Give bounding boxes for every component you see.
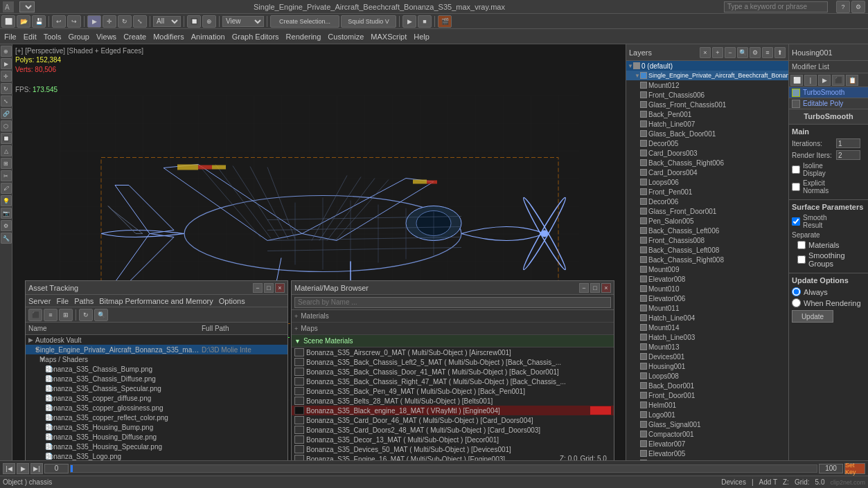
timeline-end-frame[interactable] bbox=[819, 464, 843, 473]
lt-btn-1[interactable]: ⊕ bbox=[1, 46, 12, 57]
layers-btn-6[interactable]: ≡ bbox=[762, 47, 773, 58]
layer-front-chassis006[interactable]: Front_Chassis006 bbox=[626, 90, 788, 100]
redo-btn[interactable]: ↪ bbox=[67, 15, 81, 28]
explicit-normals-checkbox[interactable] bbox=[792, 183, 800, 191]
asset-tb-1[interactable]: ⬛ bbox=[28, 309, 42, 321]
layer-back-chassis-right006[interactable]: Back_Chassis_Right006 bbox=[626, 158, 788, 168]
asset-row-housing-bump[interactable]: 📄 Bonanza_S35_Housing_Bump.png bbox=[26, 422, 287, 432]
prop-tb-2[interactable]: | bbox=[804, 75, 817, 86]
lt-btn-13[interactable]: 💡 bbox=[1, 195, 12, 206]
tl-prev-btn[interactable]: |◀ bbox=[3, 463, 15, 474]
smooth-result-checkbox[interactable] bbox=[792, 217, 800, 226]
layer-front-door001[interactable]: Front_Door001 bbox=[626, 390, 788, 400]
layers-btn-7[interactable]: ⬆ bbox=[774, 47, 786, 58]
layer-glass-signal001[interactable]: Glass_Signal001 bbox=[626, 419, 788, 429]
lt-btn-4[interactable]: ↻ bbox=[1, 83, 12, 94]
mat-row-card-door[interactable]: Bonanza_S35_Card_Door_46_MAT ( Multi/Sub… bbox=[292, 415, 614, 425]
update-button[interactable]: Update bbox=[792, 310, 833, 323]
angle-snap-btn[interactable]: ⊕ bbox=[202, 15, 216, 28]
menu-views[interactable]: Views bbox=[94, 33, 119, 41]
layer-pen-salon005[interactable]: Pen_Salon005 bbox=[626, 216, 788, 226]
timeline-current-frame[interactable] bbox=[44, 464, 69, 473]
mat-close-btn[interactable]: × bbox=[601, 283, 611, 293]
squid-btn[interactable]: Squid Studio V bbox=[341, 15, 396, 28]
layer-back-chassis-left006[interactable]: Back_Chassis_Left006 bbox=[626, 226, 788, 235]
menu-tools[interactable]: Tools bbox=[41, 33, 64, 41]
rotate-btn[interactable]: ↻ bbox=[118, 15, 132, 28]
layers-btn-1[interactable]: × bbox=[700, 47, 711, 58]
render-iters-input[interactable] bbox=[836, 150, 860, 160]
mat-row-airscrew[interactable]: Bonanza_S35_Airscrew_0_MAT ( Multi/Sub-O… bbox=[292, 347, 614, 357]
layer-loops006[interactable]: Loops006 bbox=[626, 177, 788, 187]
asset-menu-file[interactable]: File bbox=[56, 297, 69, 305]
asset-row-specular[interactable]: 📄 Bonanza_S35_Chassis_Specular.png bbox=[26, 383, 287, 393]
asset-row-copper-diff[interactable]: 📄 Bonanza_S35_copper_diffuse.png bbox=[26, 393, 287, 403]
material-browser-titlebar[interactable]: Material/Map Browser − □ × bbox=[292, 281, 614, 295]
asset-row-file[interactable]: ▼ Single_Engine_Private_Aircraft_Bonanza… bbox=[26, 345, 287, 354]
layer-default[interactable]: ▼ 0 (default) bbox=[626, 61, 788, 71]
layer-decor006[interactable]: Decor006 bbox=[626, 197, 788, 206]
mat-row-decor[interactable]: Bonanza_S35_Decor_13_MAT ( Multi/Sub-Obj… bbox=[292, 435, 614, 444]
layer-single-engine[interactable]: ▼ Single_Engine_Private_Aircraft_Beechcr… bbox=[626, 71, 788, 80]
asset-menu-paths[interactable]: Paths bbox=[74, 297, 94, 305]
lt-btn-7[interactable]: ⬡ bbox=[1, 120, 12, 132]
menu-maxscript[interactable]: MAXScript bbox=[368, 33, 409, 41]
layer-hatch-line007[interactable]: Hatch_Line007 bbox=[626, 119, 788, 129]
lt-btn-9[interactable]: △ bbox=[1, 145, 12, 156]
lt-btn-3[interactable]: ✛ bbox=[1, 71, 12, 82]
asset-row-vault[interactable]: ▶ Autodesk Vault bbox=[26, 335, 287, 345]
layer-mount009[interactable]: Mount009 bbox=[626, 264, 788, 274]
undo-btn[interactable]: ↩ bbox=[52, 15, 66, 28]
menu-help[interactable]: Help bbox=[411, 33, 432, 41]
layer-helm001[interactable]: Helm001 bbox=[626, 400, 788, 410]
asset-row-bump[interactable]: 📄 Bonanza_S35_Chassis_Bump.png bbox=[26, 364, 287, 374]
tl-play-btn[interactable]: ▶ bbox=[17, 463, 29, 474]
always-radio[interactable] bbox=[792, 287, 801, 296]
layer-back-pen001[interactable]: Back_Pen001 bbox=[626, 109, 788, 119]
lt-btn-14[interactable]: 📷 bbox=[1, 208, 12, 219]
menu-create[interactable]: Create bbox=[121, 33, 149, 41]
snap-btn[interactable]: 🔲 bbox=[187, 15, 201, 28]
prop-tb-4[interactable]: ⬛ bbox=[832, 75, 844, 86]
layer-back-chassis-right008[interactable]: Back_Chassis_Right008 bbox=[626, 255, 788, 264]
layer-devices001[interactable]: Devices001 bbox=[626, 352, 788, 361]
menu-rendering[interactable]: Rendering bbox=[283, 33, 324, 41]
asset-row-diffuse[interactable]: 📄 Bonanza_S35_Chassis_Diffuse.png bbox=[26, 374, 287, 383]
menu-edit[interactable]: Edit bbox=[21, 33, 39, 41]
save-btn[interactable]: 💾 bbox=[32, 15, 46, 28]
layers-btn-3[interactable]: − bbox=[725, 47, 736, 58]
menu-customize[interactable]: Customize bbox=[325, 33, 366, 41]
tl-key-btn[interactable]: Set Key bbox=[844, 463, 865, 474]
layer-loops008[interactable]: Loops008 bbox=[626, 371, 788, 381]
lt-btn-10[interactable]: ⊞ bbox=[1, 158, 12, 169]
mat-row-back-chassis-left[interactable]: Bonanza_S35_Back_Chassis_Left2_5_MAT ( M… bbox=[292, 357, 614, 367]
mat-row-back-pen[interactable]: Bonanza_S35_Back_Pen_49_MAT ( Multi/Sub-… bbox=[292, 386, 614, 396]
stop-btn[interactable]: ■ bbox=[418, 15, 432, 28]
layer-mount010[interactable]: Mount010 bbox=[626, 284, 788, 293]
layer-elevator008[interactable]: Elevator008 bbox=[626, 274, 788, 284]
play-btn[interactable]: ▶ bbox=[402, 15, 416, 28]
asset-tb-3[interactable]: ⊞ bbox=[59, 309, 73, 321]
view-select[interactable]: View bbox=[222, 16, 264, 27]
close-btn[interactable]: × bbox=[275, 283, 285, 293]
mat-row-card-doors2[interactable]: Bonanza_S35_Card_Doors2_48_MAT ( Multi/S… bbox=[292, 425, 614, 435]
asset-menu-options[interactable]: Options bbox=[219, 297, 245, 305]
asset-tb-4[interactable]: ↻ bbox=[79, 309, 93, 321]
layer-card-doors004[interactable]: Card_Doors004 bbox=[626, 168, 788, 177]
search-box[interactable]: Type a keyword or phrase bbox=[724, 1, 828, 12]
layer-compactor001[interactable]: Compactor001 bbox=[626, 429, 788, 439]
menu-group[interactable]: Group bbox=[65, 33, 92, 41]
isoline-checkbox[interactable] bbox=[792, 165, 800, 174]
filter-select[interactable]: All bbox=[153, 16, 181, 27]
scene-materials-section[interactable]: ▼ Scene Materials bbox=[292, 335, 614, 347]
layer-hatch-line004[interactable]: Hatch_Line004 bbox=[626, 313, 788, 323]
modifier-turbosmooth[interactable]: TurboSmooth bbox=[789, 87, 868, 98]
layer-back-chassis-left008[interactable]: Back_Chassis_Left008 bbox=[626, 245, 788, 255]
mat-row-black-engine[interactable]: Bonanza_S35_Black_engine_18_MAT ( VRayMt… bbox=[292, 406, 614, 415]
select-btn[interactable]: ▶ bbox=[87, 15, 101, 28]
asset-row-housing-spec[interactable]: 📄 Bonanza_S35_Housing_Specular.png bbox=[26, 442, 287, 451]
materials-section[interactable]: + Materials bbox=[292, 310, 614, 323]
move-btn[interactable]: ✛ bbox=[103, 15, 116, 28]
tl-next-btn[interactable]: ▶| bbox=[30, 463, 43, 474]
lt-btn-6[interactable]: 🔗 bbox=[1, 108, 12, 119]
